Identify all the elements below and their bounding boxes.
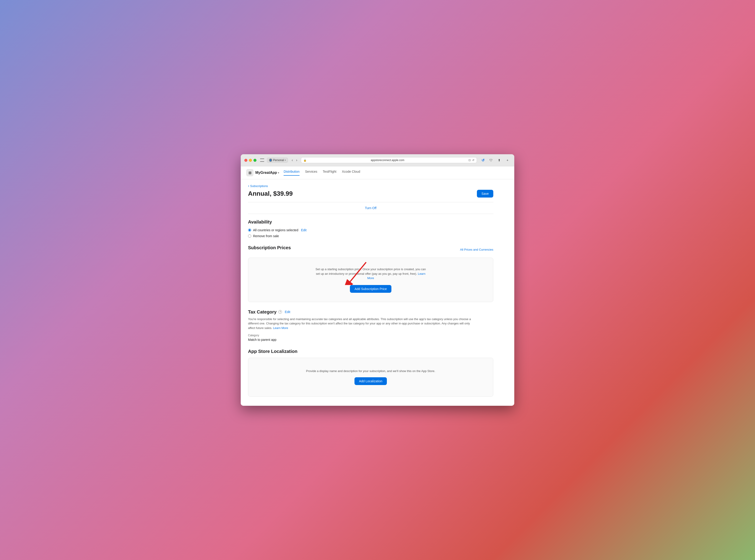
- localization-title: App Store Localization: [248, 349, 493, 354]
- tax-learn-more-link[interactable]: Learn More: [273, 326, 288, 330]
- profile-label: Personal: [273, 159, 284, 162]
- annotation-arrow: [343, 260, 371, 285]
- profile-chevron-icon: ▾: [285, 159, 286, 161]
- minimize-button[interactable]: [249, 159, 252, 162]
- turn-off-link[interactable]: Turn Off: [365, 206, 376, 210]
- tax-description: You're responsible for selecting and mai…: [248, 317, 476, 331]
- app-name-label: MyGreatApp: [255, 171, 277, 175]
- prices-description: Set up a starting subscription price. On…: [314, 267, 428, 280]
- prices-box: Set up a starting subscription price. On…: [248, 258, 493, 302]
- localization-section: App Store Localization Provide a display…: [248, 349, 493, 397]
- profile-pill[interactable]: 👤 Personal ▾: [267, 158, 288, 163]
- prices-desc-text: Set up a starting subscription price. On…: [315, 267, 426, 276]
- tax-category-section: Tax Category ? Edit You're responsible f…: [248, 309, 493, 342]
- title-bar: 👤 Personal ▾ ‹ › 🔒 appstoreconnect.apple…: [241, 154, 514, 166]
- sidebar-toggle[interactable]: [260, 159, 264, 162]
- tax-title: Tax Category: [248, 309, 276, 315]
- reload-icon[interactable]: ↺: [480, 157, 486, 163]
- availability-edit-link[interactable]: Edit: [301, 228, 306, 232]
- maximize-button[interactable]: [253, 159, 256, 162]
- app-logo: ⊞: [246, 169, 253, 176]
- main-content: Subscriptions Annual, $39.99 Save Turn O…: [241, 179, 501, 406]
- availability-section: Availability All countries or regions se…: [248, 219, 493, 238]
- app-nav: ⊞ MyGreatApp ▾ Distribution Services Tes…: [241, 166, 514, 179]
- lock-icon: 🔒: [304, 159, 307, 162]
- app-content: ⊞ MyGreatApp ▾ Distribution Services Tes…: [241, 166, 514, 406]
- app-name-button[interactable]: MyGreatApp ▾: [255, 171, 279, 175]
- breadcrumb[interactable]: Subscriptions: [248, 184, 493, 188]
- prices-header: Subscription Prices All Prices and Curre…: [248, 245, 493, 254]
- svg-line-1: [350, 262, 366, 282]
- tab-services[interactable]: Services: [305, 170, 317, 176]
- localization-box: Provide a display name and description f…: [248, 358, 493, 397]
- traffic-lights: [244, 159, 256, 162]
- nav-arrows: ‹ ›: [291, 158, 298, 163]
- tax-header: Tax Category ? Edit: [248, 309, 493, 315]
- page-title: Annual, $39.99: [248, 190, 293, 197]
- add-subscription-price-button[interactable]: Add Subscription Price: [350, 285, 391, 293]
- page-header: Annual, $39.99 Save: [248, 190, 493, 198]
- tab-distribution[interactable]: Distribution: [284, 170, 299, 176]
- availability-radio-group: All countries or regions selected Edit R…: [248, 228, 493, 238]
- close-button[interactable]: [244, 159, 247, 162]
- availability-title: Availability: [248, 219, 493, 225]
- address-bar[interactable]: 🔒 appstoreconnect.apple.com ⊡ ↺: [301, 157, 477, 163]
- nav-tabs: Distribution Services TestFlight Xcode C…: [284, 170, 360, 176]
- share-icon[interactable]: ⬆: [496, 157, 502, 163]
- turn-off-row: Turn Off: [248, 206, 493, 210]
- localization-description: Provide a display name and description f…: [253, 369, 488, 373]
- tab-xcode-cloud[interactable]: Xcode Cloud: [342, 170, 360, 176]
- forward-button[interactable]: ›: [295, 158, 298, 163]
- address-icons: ⊡ ↺: [468, 159, 475, 162]
- radio-all-countries-label: All countries or regions selected: [253, 228, 298, 232]
- prices-title: Subscription Prices: [248, 245, 291, 251]
- radio-remove-sale: Remove from sale: [248, 234, 493, 238]
- radio-all-countries-input[interactable]: [248, 228, 251, 232]
- all-prices-link[interactable]: All Prices and Currencies: [460, 248, 493, 251]
- browser-window: 👤 Personal ▾ ‹ › 🔒 appstoreconnect.apple…: [241, 154, 514, 406]
- subscription-prices-section: Subscription Prices All Prices and Curre…: [248, 245, 493, 302]
- divider-top: [248, 202, 493, 202]
- toolbar-right: ↺ 🛡 ⬆ +: [480, 157, 511, 163]
- refresh-icon[interactable]: ↺: [472, 159, 475, 162]
- radio-remove-sale-input[interactable]: [248, 235, 251, 238]
- tax-help-icon[interactable]: ?: [278, 310, 282, 314]
- profile-icon: 👤: [269, 159, 272, 162]
- tax-edit-link[interactable]: Edit: [285, 310, 290, 314]
- radio-remove-sale-label: Remove from sale: [253, 234, 279, 238]
- reader-icon[interactable]: ⊡: [468, 159, 471, 162]
- app-name-chevron-icon: ▾: [278, 172, 279, 174]
- radio-all-countries: All countries or regions selected Edit: [248, 228, 493, 232]
- tab-testflight[interactable]: TestFlight: [323, 170, 336, 176]
- save-button[interactable]: Save: [477, 190, 493, 198]
- category-value: Match to parent app: [248, 338, 493, 341]
- add-localization-button[interactable]: Add Localization: [354, 377, 387, 385]
- category-label: Category: [248, 334, 493, 337]
- divider-bottom: [248, 214, 493, 214]
- extension-icon[interactable]: 🛡: [488, 157, 494, 163]
- url-display: appstoreconnect.apple.com: [308, 159, 467, 162]
- new-tab-icon[interactable]: +: [504, 157, 511, 163]
- back-button[interactable]: ‹: [291, 158, 294, 163]
- add-price-container: Add Subscription Price: [350, 285, 391, 293]
